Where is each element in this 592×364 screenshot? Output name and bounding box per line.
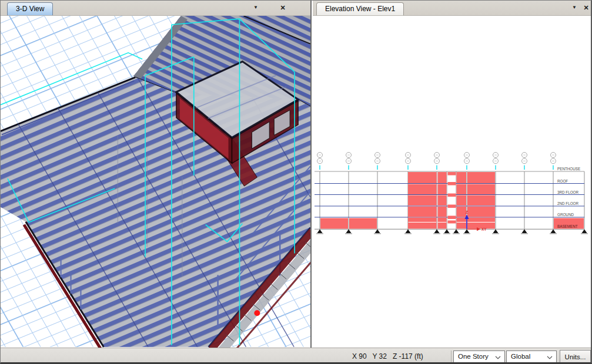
shear-wall[interactable]	[457, 196, 467, 206]
pin-support	[317, 230, 323, 234]
spandrel-beam[interactable]	[448, 172, 456, 176]
elevation-view-canvas[interactable]: PENTHOUSE ROOF 3RD FLOOR 2ND FLOOR GROUN…	[313, 15, 591, 348]
pin-support	[551, 230, 556, 234]
z-axis-label: Z	[466, 210, 469, 214]
app-window: 3-D View ▼ ✕ PENTHOUSE ROOF 3RD FLOOR 2N…	[0, 0, 592, 364]
shear-wall[interactable]	[408, 218, 437, 223]
story-label: 2ND FLOOR	[557, 201, 578, 205]
spandrel-beam[interactable]	[448, 205, 456, 208]
pin-support	[444, 230, 450, 234]
close-icon[interactable]: ✕	[278, 3, 287, 12]
shear-wall[interactable]	[408, 207, 437, 217]
shear-wall[interactable]	[438, 218, 447, 223]
spandrel-beam[interactable]	[448, 221, 456, 224]
selected-node-dot[interactable]	[254, 310, 260, 316]
shear-wall[interactable]	[457, 223, 467, 229]
elevation-tabbar: Elevation View - Elev1 ▼ ✕	[313, 1, 591, 16]
window-menu-icon[interactable]: ▼	[570, 3, 579, 12]
shear-wall[interactable]	[438, 223, 447, 229]
cursor-coordinates: X 90 Y 32 Z -117 (ft)	[352, 352, 423, 360]
spandrel-beam[interactable]	[448, 194, 456, 197]
basement-wall[interactable]	[349, 218, 377, 229]
tab-elevation-view-label: Elevation View - Elev1	[325, 5, 395, 13]
statusbar-divider	[451, 350, 451, 363]
pin-support	[454, 230, 459, 234]
window-menu-icon[interactable]: ▼	[251, 3, 260, 12]
shear-wall[interactable]	[457, 207, 467, 217]
chevron-down-icon	[547, 356, 553, 359]
3d-view-tabbar: 3-D View ▼ ✕	[1, 1, 310, 16]
shear-wall[interactable]	[408, 172, 437, 183]
shear-wall[interactable]	[467, 196, 495, 206]
shear-wall[interactable]	[457, 172, 467, 183]
3d-view-canvas[interactable]	[1, 15, 310, 348]
shear-wall[interactable]	[408, 196, 437, 206]
shear-wall[interactable]	[408, 184, 437, 195]
shear-wall[interactable]	[438, 172, 447, 183]
shear-wall[interactable]	[438, 196, 447, 206]
basement-wall[interactable]	[320, 218, 348, 229]
story-label: GROUND	[557, 213, 574, 217]
coord-system-value: Global	[511, 353, 530, 360]
story-label: 3RD FLOOR	[557, 190, 578, 194]
tab-3d-view-label: 3-D View	[16, 5, 44, 13]
pin-support	[406, 230, 411, 234]
pin-support	[375, 230, 380, 234]
shear-wall[interactable]	[467, 207, 495, 217]
units-button[interactable]: Units...	[560, 350, 591, 363]
story-label: PENTHOUSE	[557, 167, 580, 171]
pin-support	[582, 230, 587, 234]
pin-support	[346, 230, 352, 234]
shear-wall[interactable]	[467, 184, 495, 195]
shear-wall[interactable]	[457, 218, 467, 223]
story-label: ROOF	[557, 179, 568, 183]
pin-support	[522, 230, 527, 234]
tab-3d-view[interactable]: 3-D View	[7, 2, 53, 15]
close-icon[interactable]: ✕	[581, 3, 591, 12]
shear-wall[interactable]	[457, 184, 467, 195]
pin-support	[493, 230, 499, 234]
shear-wall[interactable]	[438, 207, 447, 217]
panel-elevation-view: PENTHOUSE ROOF 3RD FLOOR 2ND FLOOR GROUN…	[313, 1, 592, 348]
status-bar: X 90 Y 32 Z -117 (ft) One Story Global U…	[1, 348, 592, 364]
tab-elevation-view[interactable]: Elevation View - Elev1	[316, 2, 404, 15]
elevation-drawing: PENTHOUSE ROOF 3RD FLOOR 2ND FLOOR GROUN…	[313, 15, 591, 348]
coord-system-dropdown[interactable]: Global	[506, 350, 557, 363]
shear-wall[interactable]	[408, 223, 437, 229]
xy-axis-label: XY	[481, 227, 487, 231]
story-mode-value: One Story	[458, 353, 489, 360]
pin-support	[464, 230, 470, 234]
chevron-down-icon	[495, 356, 501, 359]
spandrel-beam[interactable]	[448, 182, 456, 186]
panel-3d-view: 3-D View ▼ ✕	[1, 1, 312, 348]
pin-support	[434, 230, 440, 234]
shear-wall[interactable]	[467, 218, 495, 223]
story-mode-dropdown[interactable]: One Story	[453, 350, 505, 363]
shear-wall[interactable]	[467, 172, 495, 183]
shear-wall[interactable]	[438, 184, 447, 195]
3d-model-drawing	[1, 15, 310, 348]
story-label: BASEMENT	[557, 224, 578, 228]
spandrel-beam[interactable]	[448, 216, 456, 220]
